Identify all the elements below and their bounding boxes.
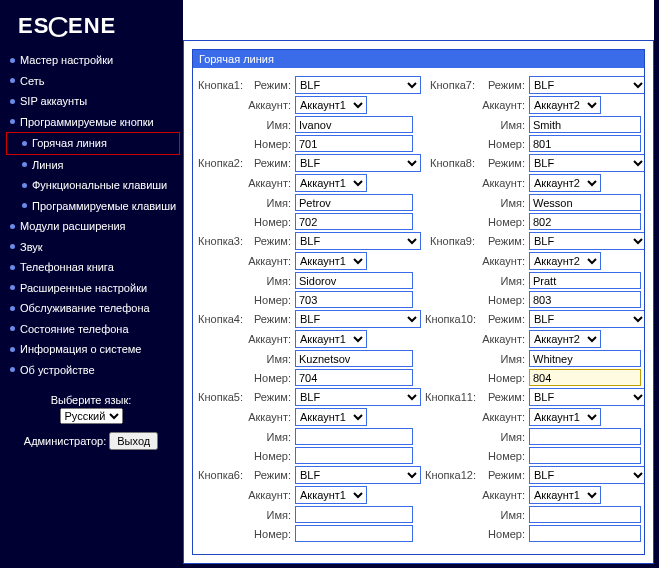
sidebar: ESCENE Мастер настройки Сеть SIP аккаунт… xyxy=(0,0,182,568)
nav-line[interactable]: Линия xyxy=(6,155,180,176)
name-label: Имя: xyxy=(479,509,527,521)
name-input-9[interactable] xyxy=(529,272,641,289)
number-input-4[interactable] xyxy=(295,369,413,386)
account-select-10[interactable]: Аккаунт2 xyxy=(529,330,601,348)
account-select-1[interactable]: Аккаунт1 xyxy=(295,96,367,114)
account-select-5[interactable]: Аккаунт1 xyxy=(295,408,367,426)
number-input-1[interactable] xyxy=(295,135,413,152)
account-select-3[interactable]: Аккаунт1 xyxy=(295,252,367,270)
number-input-5[interactable] xyxy=(295,447,413,464)
nav-sound[interactable]: Звук xyxy=(6,237,180,258)
nav-hotline[interactable]: Горячая линия xyxy=(6,132,180,155)
admin-label: Администратор: xyxy=(24,435,106,447)
bullet-icon xyxy=(10,78,15,83)
name-label: Имя: xyxy=(247,119,293,131)
mode-select-11[interactable]: BLF xyxy=(529,388,644,406)
nav-status[interactable]: Состояние телефона xyxy=(6,319,180,340)
mode-select-9[interactable]: BLF xyxy=(529,232,644,250)
language-select[interactable]: Русский xyxy=(60,408,123,424)
nav-maint[interactable]: Обслуживание телефона xyxy=(6,298,180,319)
bullet-icon xyxy=(22,162,27,167)
mode-select-1[interactable]: BLF xyxy=(295,76,421,94)
button-label: Кнопка4: xyxy=(197,313,245,325)
name-input-12[interactable] xyxy=(529,506,641,523)
account-select-7[interactable]: Аккаунт2 xyxy=(529,96,601,114)
button-label: Кнопка3: xyxy=(197,235,245,247)
account-select-9[interactable]: Аккаунт2 xyxy=(529,252,601,270)
mode-label: Режим: xyxy=(247,157,293,169)
number-input-11[interactable] xyxy=(529,447,641,464)
nav-about[interactable]: Об устройстве xyxy=(6,360,180,381)
number-input-7[interactable] xyxy=(529,135,641,152)
nav-progkeys[interactable]: Программируемые клавиши xyxy=(6,196,180,217)
mode-select-12[interactable]: BLF xyxy=(529,466,644,484)
nav-phonebook[interactable]: Телефонная книга xyxy=(6,257,180,278)
name-input-8[interactable] xyxy=(529,194,641,211)
mode-select-10[interactable]: BLF xyxy=(529,310,644,328)
nav-progbtns[interactable]: Программируемые кнопки xyxy=(6,112,180,133)
name-input-2[interactable] xyxy=(295,194,413,211)
name-input-6[interactable] xyxy=(295,506,413,523)
name-label: Имя: xyxy=(479,353,527,365)
account-select-2[interactable]: Аккаунт1 xyxy=(295,174,367,192)
name-input-4[interactable] xyxy=(295,350,413,367)
number-input-6[interactable] xyxy=(295,525,413,542)
logout-button[interactable]: Выход xyxy=(109,432,158,450)
nav-funckeys[interactable]: Функциональные клавиши xyxy=(6,175,180,196)
nav-sip[interactable]: SIP аккаунты xyxy=(6,91,180,112)
account-label: Аккаунт: xyxy=(247,255,293,267)
account-select-8[interactable]: Аккаунт2 xyxy=(529,174,601,192)
bullet-icon xyxy=(10,306,15,311)
name-input-1[interactable] xyxy=(295,116,413,133)
account-select-12[interactable]: Аккаунт1 xyxy=(529,486,601,504)
nav-network[interactable]: Сеть xyxy=(6,71,180,92)
mode-select-6[interactable]: BLF xyxy=(295,466,421,484)
button-label: Кнопка1: xyxy=(197,79,245,91)
admin-block: Администратор: Выход xyxy=(0,432,182,450)
name-input-11[interactable] xyxy=(529,428,641,445)
mode-select-8[interactable]: BLF xyxy=(529,154,644,172)
mode-label: Режим: xyxy=(247,313,293,325)
language-label: Выберите язык: xyxy=(0,394,182,406)
account-label: Аккаунт: xyxy=(247,411,293,423)
name-label: Имя: xyxy=(479,275,527,287)
main-panel: Горячая линия Кнопка1:Режим:BLFКнопка7:Р… xyxy=(183,40,654,564)
page-title: Горячая линия xyxy=(193,50,644,68)
mode-select-2[interactable]: BLF xyxy=(295,154,421,172)
account-select-4[interactable]: Аккаунт1 xyxy=(295,330,367,348)
nav-master[interactable]: Мастер настройки xyxy=(6,50,180,71)
name-label: Имя: xyxy=(479,431,527,443)
bullet-icon xyxy=(22,183,27,188)
number-label: Номер: xyxy=(247,372,293,384)
nav-advanced[interactable]: Расширенные настройки xyxy=(6,278,180,299)
number-input-12[interactable] xyxy=(529,525,641,542)
nav-extmods[interactable]: Модули расширения xyxy=(6,216,180,237)
mode-label: Режим: xyxy=(247,79,293,91)
language-block: Выберите язык: Русский xyxy=(0,394,182,424)
number-label: Номер: xyxy=(247,450,293,462)
mode-label: Режим: xyxy=(479,157,527,169)
account-label: Аккаунт: xyxy=(247,489,293,501)
button-label: Кнопка8: xyxy=(425,157,477,169)
number-input-2[interactable] xyxy=(295,213,413,230)
mode-select-5[interactable]: BLF xyxy=(295,388,421,406)
mode-select-3[interactable]: BLF xyxy=(295,232,421,250)
name-input-10[interactable] xyxy=(529,350,641,367)
number-input-10[interactable] xyxy=(529,369,641,386)
number-input-9[interactable] xyxy=(529,291,641,308)
button-label: Кнопка5: xyxy=(197,391,245,403)
mode-select-7[interactable]: BLF xyxy=(529,76,644,94)
mode-label: Режим: xyxy=(247,469,293,481)
nav-sysinfo[interactable]: Информация о системе xyxy=(6,339,180,360)
mode-select-4[interactable]: BLF xyxy=(295,310,421,328)
account-select-6[interactable]: Аккаунт1 xyxy=(295,486,367,504)
name-input-7[interactable] xyxy=(529,116,641,133)
name-input-3[interactable] xyxy=(295,272,413,289)
name-input-5[interactable] xyxy=(295,428,413,445)
number-label: Номер: xyxy=(247,528,293,540)
number-input-8[interactable] xyxy=(529,213,641,230)
number-label: Номер: xyxy=(479,216,527,228)
number-input-3[interactable] xyxy=(295,291,413,308)
number-label: Номер: xyxy=(247,294,293,306)
account-select-11[interactable]: Аккаунт1 xyxy=(529,408,601,426)
